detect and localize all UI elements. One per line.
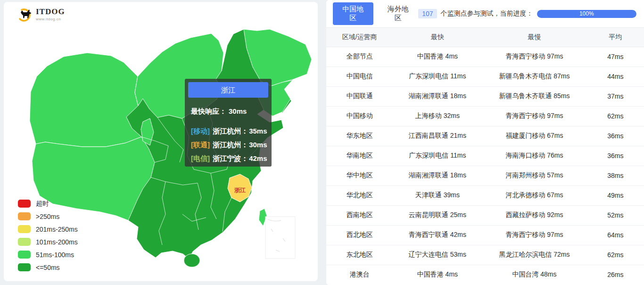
map-label-zhejiang: 浙江	[234, 187, 246, 193]
legend-color-swatch	[18, 212, 31, 220]
table-cell: 上海移动 32ms	[393, 106, 482, 126]
status-text: 个监测点参与测试，当前进度：	[441, 9, 533, 18]
table-cell: 青海西宁移动 97ms	[482, 225, 586, 245]
table-cell: 36ms	[587, 146, 644, 166]
table-cell: 47ms	[587, 47, 644, 67]
table-row[interactable]: 西南地区云南昆明联通 25ms西藏拉萨移动 92ms52ms	[326, 205, 644, 225]
table-cell: 东北地区	[326, 245, 393, 265]
table-row[interactable]: 华东地区江西南昌联通 21ms福建厦门移动 67ms36ms	[326, 126, 644, 146]
logo-title: ITDOG	[36, 7, 65, 17]
table-cell: 中国香港 4ms	[393, 47, 482, 67]
table-header-row: 区域/运营商 最快 最慢 平均	[326, 28, 644, 47]
legend-item: <=50ms	[18, 261, 78, 274]
table-row[interactable]: 东北地区辽宁大连电信 53ms黑龙江哈尔滨电信 72ms62ms	[326, 245, 644, 265]
table-cell: 湖南湘潭联通 18ms	[393, 86, 482, 106]
itdog-dog-icon	[16, 6, 34, 23]
legend-label: <=50ms	[36, 264, 60, 271]
table-cell: 青海西宁联通 42ms	[393, 225, 482, 245]
legend-label: >250ms	[36, 213, 59, 220]
header-fastest: 最快	[393, 28, 482, 47]
table-cell: 广东深圳电信 11ms	[393, 67, 482, 86]
monitor-count-badge: 107	[418, 9, 437, 18]
legend-label: 201ms-250ms	[36, 226, 78, 233]
logo-subtitle: www.itdog.cn	[36, 17, 65, 21]
table-cell: 中国香港 4ms	[393, 265, 482, 285]
table-cell: 海南海口移动 76ms	[482, 146, 586, 166]
itdog-logo[interactable]: ITDOG www.itdog.cn	[16, 6, 65, 23]
table-row[interactable]: 中国电信广东深圳电信 11ms新疆乌鲁木齐电信 87ms44ms	[326, 67, 644, 86]
table-cell: 云南昆明联通 25ms	[393, 205, 482, 225]
header-average: 平均	[587, 28, 644, 47]
table-cell: 华北地区	[326, 185, 393, 205]
table-cell: 港澳台	[326, 265, 393, 285]
table-cell: 62ms	[587, 245, 644, 265]
table-cell: 西南地区	[326, 205, 393, 225]
table-cell: 37ms	[587, 86, 644, 106]
table-cell: 湖南湘潭联通 18ms	[393, 166, 482, 185]
legend-item: >250ms	[18, 210, 78, 223]
table-cell: 新疆乌鲁木齐联通 85ms	[482, 86, 586, 106]
table-cell: 青海西宁移动 97ms	[482, 47, 586, 67]
table-row[interactable]: 华北地区天津联通 39ms河北承德移动 67ms49ms	[326, 185, 644, 205]
table-cell: 62ms	[587, 106, 644, 126]
table-cell: 西北地区	[326, 225, 393, 245]
table-cell: 36ms	[587, 126, 644, 146]
progress-fill: 100%	[537, 10, 636, 18]
legend-color-swatch	[18, 251, 31, 259]
table-cell: 华中地区	[326, 166, 393, 185]
legend-color-swatch	[18, 200, 31, 208]
map-province-hainan[interactable]	[184, 254, 200, 267]
table-cell: 河北承德移动 67ms	[482, 185, 586, 205]
legend-label: 超时	[36, 200, 49, 208]
table-cell: 26ms	[587, 265, 644, 285]
table-cell: 西藏拉萨移动 92ms	[482, 205, 586, 225]
table-cell: 38ms	[587, 166, 644, 185]
table-row[interactable]: 西北地区青海西宁联通 42ms青海西宁移动 97ms64ms	[326, 225, 644, 245]
results-toolbar: 中国地区 海外地区 107 个监测点参与测试，当前进度： 100%	[326, 0, 644, 28]
tab-china-region[interactable]: 中国地区	[333, 2, 373, 25]
table-cell: 中国联通	[326, 86, 393, 106]
header-region-operator: 区域/运营商	[326, 28, 393, 47]
table-cell: 中国台湾 48ms	[482, 265, 586, 285]
legend-item: 51ms-100ms	[18, 248, 78, 261]
legend-label: 101ms-200ms	[36, 238, 78, 246]
table-cell: 广东深圳电信 11ms	[393, 146, 482, 166]
map-legend: 超时>250ms201ms-250ms101ms-200ms51ms-100ms…	[18, 197, 78, 274]
header-slowest: 最慢	[482, 28, 586, 47]
legend-label: 51ms-100ms	[36, 251, 74, 259]
table-cell: 河南郑州移动 57ms	[482, 166, 586, 185]
table-cell: 中国电信	[326, 67, 393, 86]
table-cell: 辽宁大连电信 53ms	[393, 245, 482, 265]
legend-item: 101ms-200ms	[18, 235, 78, 248]
table-cell: 福建厦门移动 67ms	[482, 126, 586, 146]
legend-item: 超时	[18, 197, 78, 210]
table-row[interactable]: 中国移动上海移动 32ms青海西宁移动 97ms62ms	[326, 106, 644, 126]
table-row[interactable]: 全部节点中国香港 4ms青海西宁移动 97ms47ms	[326, 47, 644, 67]
table-cell: 黑龙江哈尔滨电信 72ms	[482, 245, 586, 265]
legend-color-swatch	[18, 263, 31, 271]
results-panel: 中国地区 海外地区 107 个监测点参与测试，当前进度： 100% 区域/运营商…	[326, 0, 644, 285]
table-row[interactable]: 华南地区广东深圳电信 11ms海南海口移动 76ms36ms	[326, 146, 644, 166]
progress-bar: 100%	[537, 10, 636, 18]
table-cell: 全部节点	[326, 47, 393, 67]
table-cell: 49ms	[587, 185, 644, 205]
legend-item: 201ms-250ms	[18, 223, 78, 235]
table-row[interactable]: 港澳台中国香港 4ms中国台湾 48ms26ms	[326, 265, 644, 285]
table-cell: 青海西宁移动 97ms	[482, 106, 586, 126]
table-cell: 中国移动	[326, 106, 393, 126]
table-cell: 江西南昌联通 21ms	[393, 126, 482, 146]
legend-color-swatch	[18, 225, 31, 233]
table-cell: 44ms	[587, 67, 644, 86]
tab-overseas-region[interactable]: 海外地区	[378, 2, 419, 25]
table-cell: 天津联通 39ms	[393, 185, 482, 205]
table-cell: 64ms	[587, 225, 644, 245]
map-panel: 浙江 ITDOG www.itdog.cn 浙江 最快响应：30ms [移动] …	[4, 2, 318, 281]
map-province-xinjiang[interactable]	[30, 53, 141, 147]
table-cell: 华南地区	[326, 146, 393, 166]
table-row[interactable]: 华中地区湖南湘潭联通 18ms河南郑州移动 57ms38ms	[326, 166, 644, 185]
south-china-sea-inset	[265, 217, 295, 259]
table-cell: 华东地区	[326, 126, 393, 146]
table-cell: 52ms	[587, 205, 644, 225]
table-row[interactable]: 中国联通湖南湘潭联通 18ms新疆乌鲁木齐联通 85ms37ms	[326, 86, 644, 106]
legend-color-swatch	[18, 238, 31, 246]
